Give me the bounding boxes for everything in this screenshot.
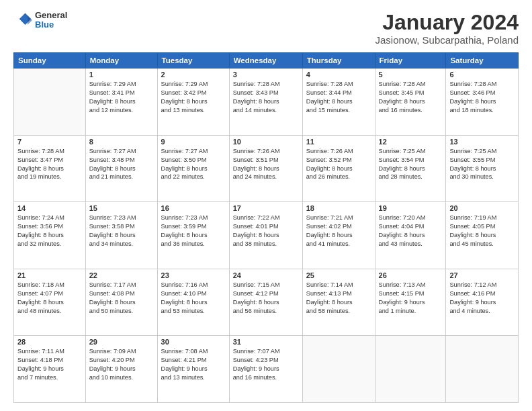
week-row-3: 21Sunrise: 7:18 AMSunset: 4:07 PMDayligh… (14, 269, 519, 336)
day-info: Sunrise: 7:25 AMSunset: 3:54 PMDaylight:… (379, 147, 443, 182)
day-number: 8 (89, 138, 154, 146)
day-number: 5 (379, 71, 443, 79)
day-info: Sunrise: 7:28 AMSunset: 3:46 PMDaylight:… (449, 80, 515, 115)
day-number: 18 (306, 204, 371, 212)
day-cell (375, 336, 446, 403)
day-number: 31 (233, 338, 299, 346)
header-row: Sunday Monday Tuesday Wednesday Thursday… (14, 53, 519, 68)
week-row-0: 1Sunrise: 7:29 AMSunset: 3:41 PMDaylight… (14, 68, 519, 136)
svg-marker-1 (28, 15, 32, 25)
day-info: Sunrise: 7:09 AMSunset: 4:20 PMDaylight:… (89, 347, 154, 382)
day-info: Sunrise: 7:17 AMSunset: 4:08 PMDaylight:… (89, 281, 154, 316)
day-info: Sunrise: 7:24 AMSunset: 3:56 PMDaylight:… (17, 214, 82, 248)
day-info: Sunrise: 7:23 AMSunset: 3:58 PMDaylight:… (89, 214, 154, 248)
calendar-table: Sunday Monday Tuesday Wednesday Thursday… (13, 52, 519, 403)
day-cell: 6Sunrise: 7:28 AMSunset: 3:46 PMDaylight… (446, 68, 519, 136)
day-cell: 26Sunrise: 7:13 AMSunset: 4:15 PMDayligh… (375, 269, 446, 336)
day-info: Sunrise: 7:13 AMSunset: 4:15 PMDaylight:… (379, 281, 443, 316)
day-cell: 9Sunrise: 7:27 AMSunset: 3:50 PMDaylight… (157, 135, 229, 202)
day-number: 30 (161, 338, 226, 346)
day-cell: 14Sunrise: 7:24 AMSunset: 3:56 PMDayligh… (14, 202, 86, 269)
day-number: 19 (379, 204, 443, 212)
day-cell: 5Sunrise: 7:28 AMSunset: 3:45 PMDaylight… (375, 68, 446, 136)
day-number: 24 (233, 271, 299, 279)
day-cell: 8Sunrise: 7:27 AMSunset: 3:48 PMDaylight… (85, 135, 157, 202)
day-number: 28 (17, 338, 82, 346)
day-number: 22 (89, 271, 154, 279)
day-info: Sunrise: 7:27 AMSunset: 3:48 PMDaylight:… (89, 147, 154, 182)
logo-general-text: General (35, 11, 67, 20)
day-info: Sunrise: 7:08 AMSunset: 4:21 PMDaylight:… (161, 347, 226, 382)
day-cell: 28Sunrise: 7:11 AMSunset: 4:18 PMDayligh… (14, 336, 86, 403)
day-cell: 21Sunrise: 7:18 AMSunset: 4:07 PMDayligh… (14, 269, 86, 336)
day-number: 2 (161, 71, 226, 79)
day-cell: 18Sunrise: 7:21 AMSunset: 4:02 PMDayligh… (302, 202, 375, 269)
day-number: 17 (233, 204, 299, 212)
day-cell (302, 336, 375, 403)
col-sunday: Sunday (14, 53, 86, 68)
col-friday: Friday (375, 53, 446, 68)
day-info: Sunrise: 7:28 AMSunset: 3:43 PMDaylight:… (233, 80, 299, 115)
day-info: Sunrise: 7:26 AMSunset: 3:52 PMDaylight:… (306, 147, 371, 182)
day-number: 12 (379, 138, 443, 146)
logo-icon (13, 11, 32, 30)
day-info: Sunrise: 7:25 AMSunset: 3:55 PMDaylight:… (449, 147, 515, 182)
calendar-location: Jasionow, Subcarpathia, Poland (375, 34, 519, 46)
col-thursday: Thursday (302, 53, 375, 68)
day-cell: 20Sunrise: 7:19 AMSunset: 4:05 PMDayligh… (446, 202, 519, 269)
header: General Blue January 2024 Jasionow, Subc… (13, 11, 519, 46)
day-info: Sunrise: 7:29 AMSunset: 3:42 PMDaylight:… (161, 80, 226, 115)
day-cell: 23Sunrise: 7:16 AMSunset: 4:10 PMDayligh… (157, 269, 229, 336)
day-info: Sunrise: 7:27 AMSunset: 3:50 PMDaylight:… (161, 147, 226, 182)
day-number: 27 (449, 271, 515, 279)
day-cell: 1Sunrise: 7:29 AMSunset: 3:41 PMDaylight… (85, 68, 157, 136)
day-info: Sunrise: 7:29 AMSunset: 3:41 PMDaylight:… (89, 80, 154, 115)
calendar-title: January 2024 (375, 11, 519, 34)
day-cell: 31Sunrise: 7:07 AMSunset: 4:23 PMDayligh… (229, 336, 302, 403)
day-cell: 15Sunrise: 7:23 AMSunset: 3:58 PMDayligh… (85, 202, 157, 269)
day-cell: 12Sunrise: 7:25 AMSunset: 3:54 PMDayligh… (375, 135, 446, 202)
day-number: 23 (161, 271, 226, 279)
day-number: 29 (89, 338, 154, 346)
week-row-2: 14Sunrise: 7:24 AMSunset: 3:56 PMDayligh… (14, 202, 519, 269)
day-number: 14 (17, 204, 82, 212)
day-number: 16 (161, 204, 226, 212)
col-wednesday: Wednesday (229, 53, 302, 68)
week-row-1: 7Sunrise: 7:28 AMSunset: 3:47 PMDaylight… (14, 135, 519, 202)
day-info: Sunrise: 7:28 AMSunset: 3:47 PMDaylight:… (17, 147, 82, 182)
day-cell: 17Sunrise: 7:22 AMSunset: 4:01 PMDayligh… (229, 202, 302, 269)
day-info: Sunrise: 7:22 AMSunset: 4:01 PMDaylight:… (233, 214, 299, 248)
day-number: 6 (449, 71, 515, 79)
day-cell (446, 336, 519, 403)
day-cell: 29Sunrise: 7:09 AMSunset: 4:20 PMDayligh… (85, 336, 157, 403)
day-number: 20 (449, 204, 515, 212)
title-block: January 2024 Jasionow, Subcarpathia, Pol… (375, 11, 519, 46)
col-tuesday: Tuesday (157, 53, 229, 68)
logo-text: General Blue (35, 11, 67, 30)
col-saturday: Saturday (446, 53, 519, 68)
day-number: 10 (233, 138, 299, 146)
day-info: Sunrise: 7:15 AMSunset: 4:12 PMDaylight:… (233, 281, 299, 316)
day-cell: 11Sunrise: 7:26 AMSunset: 3:52 PMDayligh… (302, 135, 375, 202)
day-info: Sunrise: 7:20 AMSunset: 4:04 PMDaylight:… (379, 214, 443, 248)
day-cell: 4Sunrise: 7:28 AMSunset: 3:44 PMDaylight… (302, 68, 375, 136)
day-number: 4 (306, 71, 371, 79)
day-number: 21 (17, 271, 82, 279)
day-info: Sunrise: 7:23 AMSunset: 3:59 PMDaylight:… (161, 214, 226, 248)
week-row-4: 28Sunrise: 7:11 AMSunset: 4:18 PMDayligh… (14, 336, 519, 403)
day-number: 11 (306, 138, 371, 146)
day-info: Sunrise: 7:11 AMSunset: 4:18 PMDaylight:… (17, 347, 82, 382)
day-number: 25 (306, 271, 371, 279)
day-cell: 30Sunrise: 7:08 AMSunset: 4:21 PMDayligh… (157, 336, 229, 403)
day-number: 7 (17, 138, 82, 146)
day-info: Sunrise: 7:28 AMSunset: 3:45 PMDaylight:… (379, 80, 443, 115)
day-number: 3 (233, 71, 299, 79)
day-info: Sunrise: 7:12 AMSunset: 4:16 PMDaylight:… (449, 281, 515, 316)
day-number: 1 (89, 71, 154, 79)
day-cell: 27Sunrise: 7:12 AMSunset: 4:16 PMDayligh… (446, 269, 519, 336)
day-cell: 7Sunrise: 7:28 AMSunset: 3:47 PMDaylight… (14, 135, 86, 202)
day-cell: 10Sunrise: 7:26 AMSunset: 3:51 PMDayligh… (229, 135, 302, 202)
day-info: Sunrise: 7:28 AMSunset: 3:44 PMDaylight:… (306, 80, 371, 115)
calendar-header: Sunday Monday Tuesday Wednesday Thursday… (14, 53, 519, 68)
day-cell: 24Sunrise: 7:15 AMSunset: 4:12 PMDayligh… (229, 269, 302, 336)
